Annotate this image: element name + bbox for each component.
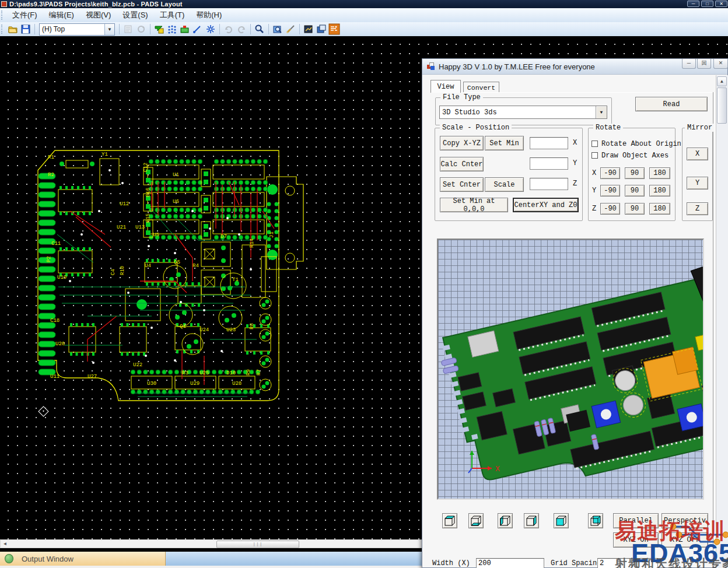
pads-logo-icon[interactable] [328,23,340,35]
properties-icon[interactable] [123,23,134,35]
svg-text:Q1: Q1 [180,324,186,329]
route-icon[interactable] [192,23,204,35]
output-window-tab[interactable]: Output Window [0,552,166,566]
layer-combo[interactable]: (H) Top ▼ [39,23,115,36]
rotate-z-90-button[interactable]: 90 [625,203,645,215]
dialog-maximize-button[interactable]: 回 [697,59,711,69]
grid-spacing-label: Grid Spacing [551,559,601,567]
mirror-x-button[interactable]: X [687,148,708,160]
scroll-left-icon[interactable]: ◄ [1,540,9,548]
tab-convert[interactable]: Convert [463,82,499,93]
parallel-button[interactable]: Parallel [613,513,659,528]
svg-text:U22: U22 [133,362,142,368]
doc-window-icon[interactable] [316,23,327,35]
file-type-combo[interactable]: 3D Studio 3ds ▼ [439,106,607,119]
maximize-button[interactable]: □ [701,1,713,7]
undo-icon[interactable] [223,23,235,35]
menu-setup[interactable]: 设置(S) [117,9,153,22]
rotate-x-neg90-button[interactable]: -90 [600,167,620,179]
menu-tools[interactable]: 工具(T) [154,9,191,22]
pcb-canvas: R1R2Y1C12U1U6C16C15U12U13U5U21C11P2U19C1… [0,36,426,539]
read-button[interactable]: Read [635,97,708,111]
rotate-y-90-button[interactable]: 90 [625,185,645,197]
viewport-3d[interactable]: X [437,239,704,500]
set-cnter-button[interactable]: Set Cnter [440,177,484,192]
menu-help[interactable]: 帮助(H) [190,9,228,22]
nets-icon[interactable] [166,23,178,35]
calc-cnter-button[interactable]: Calc Cnter [440,157,484,171]
open-file-icon[interactable] [7,23,19,35]
view-back-button[interactable] [588,513,603,528]
mirror-z-button[interactable]: Z [687,202,708,215]
rotate-x-180-button[interactable]: 180 [649,167,670,179]
scroll-thumb[interactable]: | | | [216,541,299,548]
copy-xyz-button[interactable]: Copy X-YZ [440,136,484,150]
query-icon[interactable] [272,23,284,35]
file-type-combo-arrow-icon[interactable]: ▼ [596,106,607,118]
xyz-off-button[interactable]: XYZ Off [662,532,708,548]
rotate-y-180-button[interactable]: 180 [649,185,670,197]
rotate-z-180-button[interactable]: 180 [649,203,670,215]
svg-text:U23: U23 [226,327,236,333]
mirror-label: Mirror [685,124,715,132]
width-x-field[interactable] [476,558,544,568]
horizontal-scrollbar[interactable]: ◄ | | | [0,539,426,548]
svg-text:C18: C18 [50,318,60,324]
tab-view[interactable]: View [430,80,461,93]
save-icon[interactable] [20,23,32,35]
menu-edit[interactable]: 编辑(E) [43,9,80,22]
centerxy-z0-button[interactable]: CenterXY and Z0 [513,198,579,212]
zoom-icon[interactable] [254,23,265,35]
app-icon [1,1,7,7]
scroll-up-icon[interactable]: ▲ [717,76,727,86]
view-front-button[interactable] [554,513,569,528]
board-view-icon[interactable] [153,23,165,35]
svg-text:P2: P2 [46,256,52,262]
svg-text:R9: R9 [246,369,251,376]
width-x-label: Width (X) [432,559,470,567]
dialog-titlebar[interactable]: Happy 3D V 1.0 by T.M.LEE Free for every… [422,59,727,75]
main-titlebar: D:\pads9.3\PADS Projects\keith_blz.pcb -… [0,0,728,8]
view-bottom-button[interactable] [468,513,484,528]
view-right-button[interactable] [524,513,539,528]
rotate-about-origin-checkbox[interactable] [592,141,598,147]
menu-file[interactable]: 文件(F) [6,9,43,22]
redraw-icon[interactable] [135,23,147,35]
brush-icon[interactable] [285,23,296,35]
eco-window-icon[interactable] [303,23,314,35]
dialog-scroll-thumb[interactable] [717,87,727,124]
svg-text:D7: D7 [220,234,227,240]
rotate-y-neg90-button[interactable]: -90 [600,185,620,197]
layer-combo-arrow-icon[interactable]: ▼ [104,24,114,35]
view-left-button[interactable] [498,513,513,528]
scale-button[interactable]: Scale [485,177,524,192]
view-top-button[interactable] [442,513,457,528]
dialog-icon [427,62,435,71]
position-y-field[interactable] [530,157,568,170]
dialog-title: Happy 3D V 1.0 by T.M.LEE Free for every… [439,62,595,71]
highlight-icon[interactable] [205,23,216,35]
svg-text:U11: U11 [50,374,60,380]
xyz-on-button[interactable]: XYZ On [613,532,659,548]
perspective-button[interactable]: Perspectiv [662,513,708,528]
svg-text:Q5: Q5 [174,260,180,265]
position-z-field[interactable] [530,178,568,190]
rotate-x-90-button[interactable]: 90 [625,167,645,179]
redo-icon[interactable] [236,23,247,35]
dialog-scrollbar[interactable]: ▲ [716,75,728,568]
rotate-z-neg90-button[interactable]: -90 [600,203,620,215]
draw-object-axes-checkbox[interactable] [592,152,598,159]
dialog-close-button[interactable]: ✕ [713,59,728,69]
layers-icon[interactable] [179,23,191,35]
file-type-label: File Type [440,93,483,101]
set-min-000-button[interactable]: Set Min at 0,0,0 [440,198,508,212]
mirror-y-button[interactable]: Y [687,177,708,190]
grid-spacing-field[interactable] [597,558,658,568]
position-x-field[interactable] [530,137,568,149]
close-button[interactable]: ✕ [715,1,727,7]
dialog-minimize-button[interactable]: ─ [682,59,696,69]
menu-view[interactable]: 视图(V) [80,9,117,22]
set-min-button[interactable]: Set Min [485,136,524,150]
minimize-button[interactable]: ─ [687,1,699,7]
svg-text:R3: R3 [182,370,188,376]
